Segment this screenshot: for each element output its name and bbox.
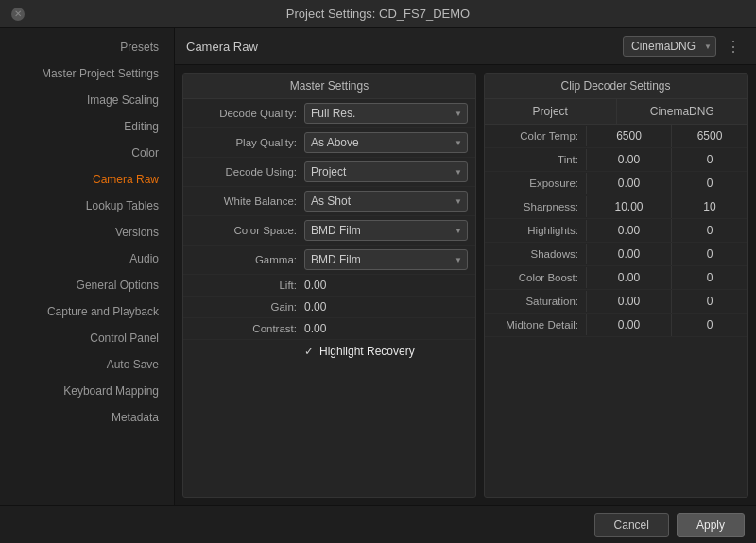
content-area: Camera Raw CinemaDNG ⋮ Master Settings D… (175, 28, 756, 505)
col-header-cinemadng: CinemaDNG (617, 99, 748, 124)
master-row: Decode Using:Project (183, 158, 475, 187)
decoder-row-label: Saturation: (485, 291, 587, 312)
form-select-decode-quality[interactable]: Full Res. (304, 103, 468, 124)
master-row: White Balance:As Shot (183, 187, 475, 216)
form-select-white-balance[interactable]: As Shot (304, 191, 468, 212)
form-label: Color Space: (191, 225, 304, 236)
decoder-row: Color Boost:0.000 (485, 266, 747, 290)
form-label: White Balance: (191, 195, 304, 207)
decoder-row-label: Color Boost: (485, 267, 587, 288)
clip-decoder-panel: Clip Decoder Settings ProjectCinemaDNG C… (484, 73, 748, 498)
form-select-gamma[interactable]: BMD Film (304, 249, 468, 270)
main-layout: PresetsMaster Project SettingsImage Scal… (0, 28, 756, 505)
sidebar-item-color[interactable]: Color (0, 140, 174, 166)
decoder-row-label: Midtone Detail: (485, 314, 587, 335)
form-label: Decode Quality: (191, 108, 304, 119)
decoder-row-cinemadng-value: 0 (672, 266, 747, 289)
decoder-row-label: Tint: (485, 149, 587, 170)
decoder-row: Tint:0.000 (485, 148, 747, 172)
sidebar-item-keyboard-mapping[interactable]: Keyboard Mapping (0, 378, 174, 404)
decoder-row-project-value: 0.00 (587, 266, 672, 289)
decoder-rows: Color Temp:65006500Tint:0.000Exposure:0.… (485, 125, 747, 337)
col-header-project: Project (485, 99, 617, 124)
decoder-row-label: Shadows: (485, 244, 587, 264)
master-settings-title: Master Settings (183, 74, 475, 99)
sidebar-item-control-panel[interactable]: Control Panel (0, 325, 174, 351)
decoder-col-headers: ProjectCinemaDNG (485, 99, 747, 125)
decoder-row-project-value: 0.00 (587, 219, 672, 242)
sidebar-item-capture-and-playback[interactable]: Capture and Playback (0, 298, 174, 325)
window-title: Project Settings: CD_FS7_DEMO (286, 7, 470, 21)
decoder-row: Midtone Detail:0.000 (485, 314, 747, 337)
sidebar: PresetsMaster Project SettingsImage Scal… (0, 28, 175, 505)
master-row: Gain:0.00 (183, 297, 475, 318)
form-text-value: 0.00 (304, 298, 326, 315)
clip-decoder-title: Clip Decoder Settings (485, 74, 747, 98)
footer: Cancel Apply (0, 505, 756, 543)
content-header: Camera Raw CinemaDNG ⋮ (175, 28, 756, 65)
title-bar: ✕ Project Settings: CD_FS7_DEMO (0, 0, 756, 28)
decoder-row-cinemadng-value: 6500 (672, 125, 747, 147)
decoder-row-cinemadng-value: 0 (672, 148, 747, 171)
sidebar-item-metadata[interactable]: Metadata (0, 404, 174, 431)
decoder-row-label: Exposure: (485, 173, 587, 194)
master-settings-rows: Decode Quality:Full Res.Play Quality:As … (183, 99, 475, 340)
decoder-row-cinemadng-value: 0 (672, 290, 747, 313)
decoder-row-project-value: 10.00 (587, 195, 672, 218)
section-title: Camera Raw (186, 40, 258, 54)
sidebar-item-camera-raw[interactable]: Camera Raw (0, 166, 174, 193)
sidebar-item-presets[interactable]: Presets (0, 34, 174, 60)
decoder-select[interactable]: CinemaDNG (623, 36, 716, 57)
form-label: Contrast: (191, 323, 304, 334)
master-row: Decode Quality:Full Res. (183, 99, 475, 128)
decoder-row-cinemadng-value: 10 (672, 195, 747, 218)
decoder-header: Clip Decoder Settings (485, 74, 747, 99)
decoder-row: Exposure:0.000 (485, 172, 747, 195)
master-settings-panel: Master Settings Decode Quality:Full Res.… (182, 73, 476, 498)
form-label: Play Quality: (191, 137, 304, 148)
master-row: Gamma:BMD Film (183, 246, 475, 275)
decoder-row-project-value: 6500 (587, 125, 672, 147)
decoder-row: Shadows:0.000 (485, 243, 747, 266)
decoder-row: Sharpness:10.0010 (485, 195, 747, 219)
highlight-recovery-label: Highlight Recovery (319, 345, 415, 358)
close-icon: ✕ (14, 8, 22, 19)
form-select-play-quality[interactable]: As Above (304, 132, 468, 153)
sidebar-item-image-scaling[interactable]: Image Scaling (0, 87, 174, 113)
form-label: Lift: (191, 280, 304, 291)
menu-dots-icon[interactable]: ⋮ (722, 38, 745, 56)
master-row: Lift:0.00 (183, 275, 475, 297)
sidebar-item-audio[interactable]: Audio (0, 246, 174, 272)
decoder-row-cinemadng-value: 0 (672, 243, 747, 265)
decoder-row-label: Sharpness: (485, 196, 587, 217)
sidebar-item-general-options[interactable]: General Options (0, 272, 174, 298)
form-select-decode-using[interactable]: Project (304, 161, 468, 182)
apply-button[interactable]: Apply (677, 513, 745, 537)
sidebar-item-auto-save[interactable]: Auto Save (0, 351, 174, 378)
form-text-value: 0.00 (304, 277, 326, 294)
decoder-row-project-value: 0.00 (587, 314, 672, 336)
decoder-row: Color Temp:65006500 (485, 125, 747, 148)
master-row: Color Space:BMD Film (183, 216, 475, 246)
decoder-row-project-value: 0.00 (587, 243, 672, 265)
sidebar-item-versions[interactable]: Versions (0, 219, 174, 246)
sidebar-item-editing[interactable]: Editing (0, 113, 174, 140)
close-button[interactable]: ✕ (11, 8, 25, 21)
form-text-value: 0.00 (304, 320, 326, 337)
form-label: Decode Using: (191, 166, 304, 178)
sidebar-item-master-project-settings[interactable]: Master Project Settings (0, 60, 174, 87)
decoder-row-cinemadng-value: 0 (672, 172, 747, 195)
master-row: Play Quality:As Above (183, 128, 475, 158)
master-row: Contrast:0.00 (183, 318, 475, 340)
decoder-row: Highlights:0.000 (485, 219, 747, 243)
cancel-button[interactable]: Cancel (594, 513, 669, 537)
panels-container: Master Settings Decode Quality:Full Res.… (175, 65, 756, 505)
header-controls: CinemaDNG ⋮ (623, 36, 745, 57)
sidebar-item-lookup-tables[interactable]: Lookup Tables (0, 193, 174, 219)
form-select-color-space[interactable]: BMD Film (304, 220, 468, 241)
highlight-recovery-row: ✓ Highlight Recovery (183, 340, 475, 363)
decoder-row-label: Highlights: (485, 220, 587, 241)
decoder-row: Saturation:0.000 (485, 290, 747, 314)
decoder-row-project-value: 0.00 (587, 290, 672, 313)
form-label: Gain: (191, 301, 304, 313)
